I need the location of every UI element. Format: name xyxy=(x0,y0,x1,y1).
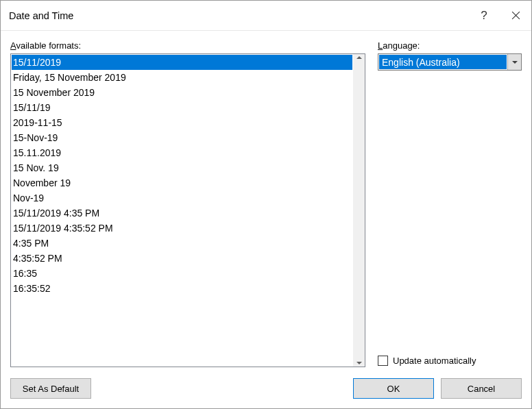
scroll-up-icon xyxy=(356,56,362,59)
language-combobox[interactable]: English (Australia) xyxy=(378,53,522,71)
list-item[interactable]: 15/11/2019 xyxy=(12,55,352,70)
chevron-down-icon xyxy=(512,61,518,64)
list-item[interactable]: 15 November 2019 xyxy=(12,85,352,100)
window-title: Date and Time xyxy=(9,10,73,21)
language-dropdown-button[interactable] xyxy=(507,54,521,70)
update-automatically-checkbox[interactable]: Update automatically xyxy=(378,356,522,366)
formats-listbox[interactable]: 15/11/2019Friday, 15 November 201915 Nov… xyxy=(10,53,365,367)
list-item[interactable]: 15/11/2019 4:35:52 PM xyxy=(12,221,352,236)
list-item[interactable]: November 19 xyxy=(12,175,352,190)
dialog-content: Available formats: 15/11/2019Friday, 15 … xyxy=(1,31,531,371)
dialog-footer: Set As Default OK Cancel xyxy=(1,371,531,408)
close-button[interactable] xyxy=(500,1,531,31)
checkbox-box-icon xyxy=(378,356,388,366)
language-label: Language: xyxy=(378,40,522,51)
list-item[interactable]: Friday, 15 November 2019 xyxy=(12,70,352,85)
list-item[interactable]: 15/11/2019 4:35 PM xyxy=(12,206,352,221)
scroll-down-icon xyxy=(356,362,362,364)
list-item[interactable]: 2019-11-15 xyxy=(12,115,352,130)
list-item[interactable]: 4:35 PM xyxy=(12,236,352,251)
list-item[interactable]: 16:35:52 xyxy=(12,281,352,296)
set-as-default-button[interactable]: Set As Default xyxy=(10,378,91,399)
list-item[interactable]: 15 Nov. 19 xyxy=(12,160,352,175)
list-item[interactable]: 15/11/19 xyxy=(12,100,352,115)
list-item[interactable]: 16:35 xyxy=(12,266,352,281)
list-item[interactable]: 15.11.2019 xyxy=(12,145,352,160)
cancel-button[interactable]: Cancel xyxy=(441,378,522,399)
options-section: Language: English (Australia) Update aut… xyxy=(378,40,522,367)
help-button[interactable]: ? xyxy=(468,1,500,31)
formats-list-viewport: 15/11/2019Friday, 15 November 201915 Nov… xyxy=(11,54,353,367)
close-icon xyxy=(511,11,520,20)
dialog-date-and-time: Date and Time ? Available formats: 15/11… xyxy=(0,0,532,409)
titlebar: Date and Time ? xyxy=(1,1,531,31)
formats-section: Available formats: 15/11/2019Friday, 15 … xyxy=(10,40,365,367)
list-item[interactable]: 4:35:52 PM xyxy=(12,251,352,266)
ok-button[interactable]: OK xyxy=(353,378,434,399)
formats-scrollbar[interactable] xyxy=(353,54,365,367)
language-selected-value: English (Australia) xyxy=(378,54,507,70)
available-formats-label: Available formats: xyxy=(10,40,365,51)
update-automatically-label: Update automatically xyxy=(393,356,476,366)
list-item[interactable]: Nov-19 xyxy=(12,190,352,206)
help-icon: ? xyxy=(481,9,487,23)
list-item[interactable]: 15-Nov-19 xyxy=(12,130,352,145)
